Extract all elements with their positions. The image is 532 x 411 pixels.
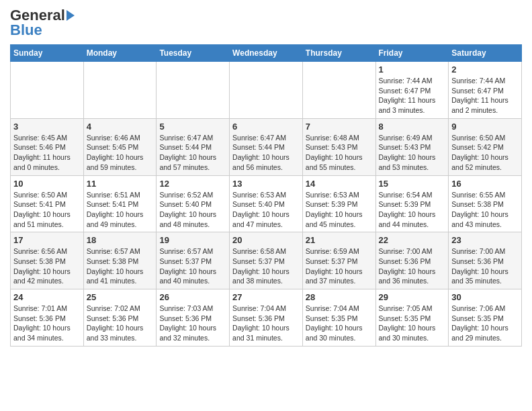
- day-info: Sunrise: 7:01 AM Sunset: 5:36 PM Dayligh…: [13, 304, 81, 343]
- calendar-cell: [230, 62, 303, 119]
- day-info: Sunrise: 7:44 AM Sunset: 6:47 PM Dayligh…: [451, 76, 519, 116]
- calendar-cell: 4Sunrise: 6:46 AM Sunset: 5:45 PM Daylig…: [83, 118, 157, 175]
- day-info: Sunrise: 7:06 AM Sunset: 5:35 PM Dayligh…: [451, 304, 519, 343]
- calendar-cell: 19Sunrise: 6:57 AM Sunset: 5:37 PM Dayli…: [157, 232, 230, 289]
- day-header-wednesday: Wednesday: [230, 45, 303, 62]
- day-header-thursday: Thursday: [302, 45, 375, 62]
- logo-blue: Blue: [10, 21, 75, 39]
- header-row: SundayMondayTuesdayWednesdayThursdayFrid…: [11, 45, 522, 62]
- day-number: 18: [87, 235, 154, 245]
- day-number: 13: [232, 179, 300, 189]
- day-number: 22: [379, 235, 446, 245]
- day-info: Sunrise: 7:03 AM Sunset: 5:36 PM Dayligh…: [159, 304, 226, 343]
- day-number: 1: [379, 64, 446, 75]
- day-number: 17: [13, 235, 81, 245]
- day-number: 29: [379, 292, 446, 302]
- calendar-cell: 1Sunrise: 7:44 AM Sunset: 6:47 PM Daylig…: [375, 62, 449, 119]
- day-info: Sunrise: 7:00 AM Sunset: 5:36 PM Dayligh…: [451, 246, 519, 286]
- week-row-4: 17Sunrise: 6:56 AM Sunset: 5:38 PM Dayli…: [11, 232, 522, 289]
- calendar-cell: [83, 62, 157, 119]
- calendar-table: SundayMondayTuesdayWednesdayThursdayFrid…: [10, 44, 522, 347]
- day-info: Sunrise: 7:00 AM Sunset: 5:36 PM Dayligh…: [379, 246, 446, 286]
- day-info: Sunrise: 6:58 AM Sunset: 5:37 PM Dayligh…: [232, 246, 300, 286]
- day-info: Sunrise: 6:56 AM Sunset: 5:38 PM Dayligh…: [13, 246, 81, 286]
- day-number: 8: [379, 122, 446, 132]
- calendar-cell: 3Sunrise: 6:45 AM Sunset: 5:46 PM Daylig…: [11, 118, 84, 175]
- calendar-cell: 11Sunrise: 6:51 AM Sunset: 5:41 PM Dayli…: [83, 175, 157, 232]
- day-info: Sunrise: 7:04 AM Sunset: 5:35 PM Dayligh…: [306, 304, 373, 343]
- day-number: 19: [159, 235, 226, 245]
- day-number: 30: [451, 292, 519, 302]
- day-info: Sunrise: 7:04 AM Sunset: 5:36 PM Dayligh…: [232, 304, 300, 343]
- calendar-cell: [157, 62, 230, 119]
- calendar-cell: 2Sunrise: 7:44 AM Sunset: 6:47 PM Daylig…: [449, 62, 522, 119]
- calendar-cell: 5Sunrise: 6:47 AM Sunset: 5:44 PM Daylig…: [157, 118, 230, 175]
- day-number: 10: [13, 179, 81, 189]
- day-info: Sunrise: 6:51 AM Sunset: 5:41 PM Dayligh…: [87, 190, 154, 230]
- day-info: Sunrise: 6:55 AM Sunset: 5:38 PM Dayligh…: [451, 190, 519, 230]
- page-container: General Blue SundayMondayTuesdayWednesda…: [0, 0, 532, 353]
- day-number: 7: [306, 122, 373, 132]
- calendar-cell: 29Sunrise: 7:05 AM Sunset: 5:35 PM Dayli…: [375, 289, 449, 347]
- page-header: General Blue: [10, 7, 522, 39]
- calendar-cell: 30Sunrise: 7:06 AM Sunset: 5:35 PM Dayli…: [449, 289, 522, 347]
- day-number: 5: [159, 122, 226, 132]
- calendar-cell: 21Sunrise: 6:59 AM Sunset: 5:37 PM Dayli…: [302, 232, 375, 289]
- week-row-3: 10Sunrise: 6:50 AM Sunset: 5:41 PM Dayli…: [11, 175, 522, 232]
- day-number: 11: [87, 179, 154, 189]
- day-info: Sunrise: 6:57 AM Sunset: 5:38 PM Dayligh…: [87, 246, 154, 286]
- calendar-cell: 8Sunrise: 6:49 AM Sunset: 5:43 PM Daylig…: [375, 118, 449, 175]
- calendar-cell: 14Sunrise: 6:53 AM Sunset: 5:39 PM Dayli…: [302, 175, 375, 232]
- calendar-cell: 16Sunrise: 6:55 AM Sunset: 5:38 PM Dayli…: [449, 175, 522, 232]
- day-number: 15: [379, 179, 446, 189]
- day-number: 6: [232, 122, 300, 132]
- calendar-cell: 17Sunrise: 6:56 AM Sunset: 5:38 PM Dayli…: [11, 232, 84, 289]
- calendar-cell: 26Sunrise: 7:03 AM Sunset: 5:36 PM Dayli…: [157, 289, 230, 347]
- day-number: 25: [87, 292, 154, 302]
- calendar-cell: 22Sunrise: 7:00 AM Sunset: 5:36 PM Dayli…: [375, 232, 449, 289]
- logo: General Blue: [10, 7, 75, 39]
- day-info: Sunrise: 6:48 AM Sunset: 5:43 PM Dayligh…: [306, 133, 373, 173]
- day-header-saturday: Saturday: [449, 45, 522, 62]
- calendar-cell: 23Sunrise: 7:00 AM Sunset: 5:36 PM Dayli…: [449, 232, 522, 289]
- week-row-2: 3Sunrise: 6:45 AM Sunset: 5:46 PM Daylig…: [11, 118, 522, 175]
- day-header-monday: Monday: [83, 45, 157, 62]
- day-number: 26: [159, 292, 226, 302]
- calendar-cell: 27Sunrise: 7:04 AM Sunset: 5:36 PM Dayli…: [230, 289, 303, 347]
- day-info: Sunrise: 6:45 AM Sunset: 5:46 PM Dayligh…: [13, 133, 81, 173]
- day-info: Sunrise: 6:57 AM Sunset: 5:37 PM Dayligh…: [159, 246, 226, 286]
- calendar-cell: 25Sunrise: 7:02 AM Sunset: 5:36 PM Dayli…: [83, 289, 157, 347]
- day-number: 28: [306, 292, 373, 302]
- day-info: Sunrise: 6:53 AM Sunset: 5:40 PM Dayligh…: [232, 190, 300, 230]
- day-header-tuesday: Tuesday: [157, 45, 230, 62]
- day-info: Sunrise: 6:50 AM Sunset: 5:41 PM Dayligh…: [13, 190, 81, 230]
- calendar-cell: 10Sunrise: 6:50 AM Sunset: 5:41 PM Dayli…: [11, 175, 84, 232]
- calendar-cell: 15Sunrise: 6:54 AM Sunset: 5:39 PM Dayli…: [375, 175, 449, 232]
- day-info: Sunrise: 6:47 AM Sunset: 5:44 PM Dayligh…: [232, 133, 300, 173]
- day-number: 16: [451, 179, 519, 189]
- calendar-cell: [302, 62, 375, 119]
- day-info: Sunrise: 7:05 AM Sunset: 5:35 PM Dayligh…: [379, 304, 446, 343]
- calendar-cell: [11, 62, 84, 119]
- day-number: 12: [159, 179, 226, 189]
- day-number: 24: [13, 292, 81, 302]
- day-info: Sunrise: 6:59 AM Sunset: 5:37 PM Dayligh…: [306, 246, 373, 286]
- logo-arrow-icon: [66, 10, 75, 21]
- day-info: Sunrise: 6:54 AM Sunset: 5:39 PM Dayligh…: [379, 190, 446, 230]
- day-info: Sunrise: 6:50 AM Sunset: 5:42 PM Dayligh…: [451, 133, 519, 173]
- day-number: 27: [232, 292, 300, 302]
- day-number: 20: [232, 235, 300, 245]
- day-info: Sunrise: 6:53 AM Sunset: 5:39 PM Dayligh…: [306, 190, 373, 230]
- calendar-cell: 24Sunrise: 7:01 AM Sunset: 5:36 PM Dayli…: [11, 289, 84, 347]
- week-row-1: 1Sunrise: 7:44 AM Sunset: 6:47 PM Daylig…: [11, 62, 522, 119]
- day-info: Sunrise: 7:02 AM Sunset: 5:36 PM Dayligh…: [87, 304, 154, 343]
- calendar-cell: 9Sunrise: 6:50 AM Sunset: 5:42 PM Daylig…: [449, 118, 522, 175]
- week-row-5: 24Sunrise: 7:01 AM Sunset: 5:36 PM Dayli…: [11, 289, 522, 347]
- day-info: Sunrise: 6:47 AM Sunset: 5:44 PM Dayligh…: [159, 133, 226, 173]
- day-info: Sunrise: 6:46 AM Sunset: 5:45 PM Dayligh…: [87, 133, 154, 173]
- day-info: Sunrise: 6:52 AM Sunset: 5:40 PM Dayligh…: [159, 190, 226, 230]
- calendar-cell: 12Sunrise: 6:52 AM Sunset: 5:40 PM Dayli…: [157, 175, 230, 232]
- day-number: 23: [451, 235, 519, 245]
- day-number: 4: [87, 122, 154, 132]
- day-info: Sunrise: 6:49 AM Sunset: 5:43 PM Dayligh…: [379, 133, 446, 173]
